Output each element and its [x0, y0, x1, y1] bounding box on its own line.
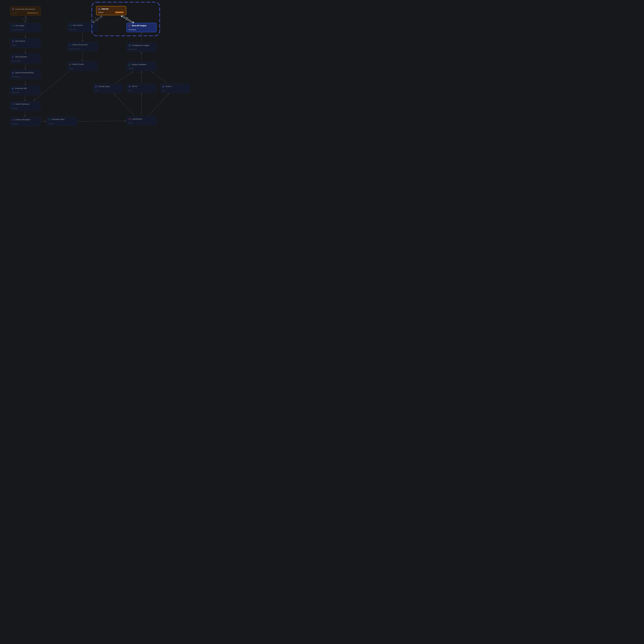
node-title: GPT-4 — [132, 85, 137, 87]
node-subtitle: Retriever — [12, 107, 18, 109]
edge-presidio-filter-to-llm-router — [78, 121, 126, 121]
node-title: Vector Retriever — [15, 103, 30, 105]
node-title: Rest API Output — [132, 25, 146, 27]
node-subtitle: PII Filter — [49, 123, 54, 124]
node-title: Grok 4 — [166, 85, 172, 87]
node-subtitle: Network — [98, 12, 104, 13]
edge-label: R — [23, 19, 24, 20]
node-subtitle: Router — [128, 122, 133, 124]
brain-icon — [128, 85, 131, 88]
node-subtitle: User Input — [69, 29, 76, 30]
node-s3-loader[interactable]: S3 LoaderDocument Loader — [10, 23, 41, 32]
clipboard-icon — [128, 44, 131, 46]
edge-llm-router-to-grok-4 — [148, 94, 169, 116]
search-icon — [12, 103, 14, 105]
node-vector-retriever[interactable]: Vector RetrieverRetriever — [10, 101, 41, 111]
node-subtitle: Query Processor — [69, 48, 80, 50]
sort-az-icon — [12, 119, 14, 121]
node-title: OpenAI Embeddings — [15, 72, 34, 74]
edge-claude-opus-to-output-validator — [116, 72, 133, 83]
node-subtitle: Parser — [12, 44, 16, 46]
node-doc-parser[interactable]: Doc ParserParser — [10, 38, 41, 48]
node-subtitle: API Output — [129, 29, 136, 30]
node-corporate-documents[interactable]: Corporate DocumentsSystemRESTRICTED, +8 — [10, 6, 41, 16]
edge-label: R — [95, 17, 96, 19]
zap-icon — [69, 63, 71, 65]
node-openai-embeddings[interactable]: OpenAI EmbeddingsEmbeddings — [10, 70, 41, 79]
server-icon — [12, 8, 14, 10]
brain-icon — [95, 85, 97, 88]
node-subtitle: Cache — [69, 68, 73, 69]
edge-grok-4-to-output-validator — [152, 72, 167, 83]
node-title: Doc Parser — [15, 40, 25, 42]
node-title: Corporate Documents — [15, 8, 35, 10]
node-user-query[interactable]: User QueryUser Input — [67, 23, 98, 32]
node-title: Output Validator — [132, 63, 146, 66]
node-title: Text Chunker — [15, 56, 27, 58]
file-text-icon — [12, 40, 14, 42]
classification-badge: RESTRICTED, +8 — [27, 12, 39, 14]
edges-layer: RWRW/XW/XR — [0, 0, 200, 131]
node-claude-opus[interactable]: Claude OpusLLM — [93, 84, 123, 93]
edge-internet-to-user-query — [93, 17, 103, 23]
node-text-chunker[interactable]: Text ChunkerText Chunker — [10, 54, 41, 63]
log-in-icon — [69, 24, 71, 26]
node-subtitle: Validator — [128, 68, 134, 69]
node-subtitle: LLM — [95, 90, 98, 91]
swap-icon — [69, 44, 71, 46]
node-title: User Query — [73, 24, 83, 26]
edge-rest-api-output-to-internet — [121, 16, 133, 23]
node-llm-router[interactable]: LLM RouterRouter — [126, 116, 156, 125]
brain-icon — [162, 85, 164, 88]
node-title: Claude Opus — [98, 85, 110, 87]
node-title: Compliance Logger — [132, 44, 149, 46]
route-icon — [128, 118, 131, 120]
node-internet[interactable]: InternetNetworkUNTRUSTED — [96, 6, 126, 15]
network-icon — [98, 8, 100, 10]
scissors-icon — [12, 56, 14, 58]
node-subtitle: Document Loader — [12, 29, 24, 31]
node-subtitle: Reranker — [12, 123, 18, 125]
edge-label: W/X — [96, 19, 99, 21]
edge-label: R — [126, 19, 127, 21]
node-presidio-filter[interactable]: Presidio FilterPII Filter — [47, 117, 77, 126]
node-subtitle: Embeddings — [12, 76, 20, 78]
edge-label: W — [26, 19, 27, 20]
check-circle-icon — [128, 63, 131, 66]
node-title: Query Processor — [73, 44, 88, 46]
node-title: Cohere Reranker — [15, 119, 30, 121]
edge-label: W/X — [126, 17, 129, 19]
node-rest-api-output[interactable]: Rest API OutputAPI Output — [126, 23, 156, 32]
edge-internet-to-rest-api-output — [122, 15, 134, 23]
shield-icon — [49, 118, 51, 121]
node-subtitle: Audit Logger — [128, 48, 137, 50]
node-output-validator[interactable]: Output ValidatorValidator — [126, 62, 156, 71]
node-redis-cache[interactable]: Redis CacheCache — [67, 62, 98, 71]
node-compliance-logger[interactable]: Compliance LoggerAudit Logger — [126, 43, 156, 52]
node-title: Internet — [101, 8, 108, 10]
node-subtitle: Vector Store — [12, 92, 20, 93]
node-subtitle: LLM — [162, 90, 165, 91]
node-gpt-4[interactable]: GPT-4LLM — [126, 84, 156, 93]
diagram-canvas[interactable]: Corporate DocumentsSystemRESTRICTED, +8S… — [0, 0, 200, 131]
node-grok-4[interactable]: Grok 4LLM — [160, 84, 190, 93]
node-subtitle: LLM — [128, 90, 131, 91]
node-subtitle: System — [12, 12, 17, 14]
node-query-processor[interactable]: Query ProcessorQuery Processor — [67, 42, 98, 51]
log-in-icon — [12, 25, 14, 27]
node-pinecone-db[interactable]: Pinecone DBVector Store — [10, 86, 40, 95]
node-title: Presidio Filter — [52, 118, 65, 120]
network-icon — [12, 72, 14, 74]
log-out-icon — [129, 25, 131, 27]
node-title: Pinecone DB — [15, 87, 27, 89]
node-title: Redis Cache — [73, 63, 84, 65]
edge-llm-router-to-claude-opus — [114, 94, 135, 116]
edge-user-query-to-internet — [92, 16, 102, 22]
node-title: LLM Router — [132, 118, 142, 120]
node-title: S3 Loader — [15, 25, 24, 27]
node-subtitle: Text Chunker — [12, 60, 21, 62]
classification-badge: UNTRUSTED — [115, 11, 124, 13]
boxes-icon — [12, 87, 14, 90]
node-cohere-reranker[interactable]: Cohere RerankerReranker — [10, 117, 41, 126]
